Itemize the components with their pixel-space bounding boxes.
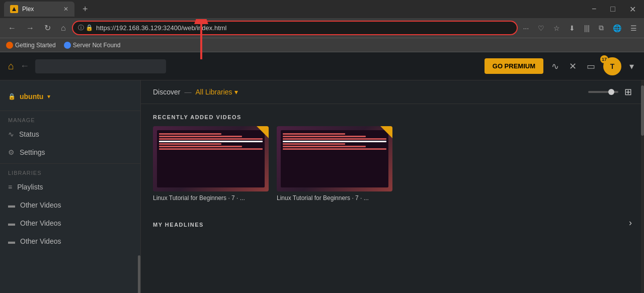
- home-button[interactable]: ⌂: [57, 22, 70, 35]
- nav-right: ⊞: [588, 86, 632, 97]
- terminal-line-selected: [159, 141, 263, 142]
- my-headlines-arrow[interactable]: ›: [629, 218, 632, 228]
- video-card-2[interactable]: Linux Tutorial for Beginners · 7 · ...: [277, 126, 392, 202]
- libraries-section-label: LIBRARIES: [0, 166, 140, 178]
- plex-home-button[interactable]: ⌂: [8, 60, 14, 72]
- plex-body: 🔒 ubuntu ▾ MANAGE ∿ Status ⚙ Settings LI…: [0, 80, 644, 293]
- toolbar-right: ··· ♡ ☆ ⬇ ||| ⧉ 🌐 ☰: [520, 22, 640, 34]
- playlists-icon: ≡: [8, 183, 12, 191]
- security-icon: ⓘ 🔒: [78, 24, 93, 32]
- firefox-account-button[interactable]: 🌐: [610, 22, 624, 34]
- terminal-line: [159, 146, 242, 147]
- sidebar-item-other-videos-1-label: Other Videos: [20, 201, 61, 209]
- nav-all-libraries[interactable]: All Libraries ▾: [195, 88, 237, 96]
- menu-button[interactable]: ☰: [627, 22, 640, 34]
- terminal-line-selected: [283, 141, 386, 142]
- sidebar-item-playlists-label: Playlists: [17, 183, 43, 191]
- my-headlines-section: MY HEADLINES ›: [141, 212, 644, 234]
- video-title-2: Linux Tutorial for Beginners · 7 · ...: [277, 194, 392, 202]
- bookmark-server-not-found[interactable]: Server Not Found: [64, 42, 121, 49]
- video-icon-3: ▬: [8, 237, 15, 245]
- plex-header: ⌂ ← GO PREMIUM ∿ ✕ ▭ 17 T ▾: [0, 52, 644, 80]
- terminal-line: [159, 148, 263, 150]
- browser-tab[interactable]: Plex ✕: [4, 2, 74, 17]
- plex-sidebar: 🔒 ubuntu ▾ MANAGE ∿ Status ⚙ Settings LI…: [0, 80, 141, 293]
- view-size-slider[interactable]: [588, 91, 618, 93]
- sidebar-item-settings-label: Settings: [20, 148, 45, 156]
- terminal-overlay-2: [281, 130, 388, 187]
- back-button[interactable]: ←: [4, 22, 20, 35]
- download-button[interactable]: ⬇: [566, 22, 578, 34]
- video-grid: Linux Tutorial for Beginners · 7 · ...: [141, 126, 644, 212]
- grid-view-button[interactable]: ⊞: [624, 86, 632, 97]
- pocket-button[interactable]: ♡: [535, 22, 547, 34]
- bookmark-label: Getting Started: [15, 42, 56, 49]
- settings-icon-button[interactable]: ✕: [567, 59, 579, 74]
- more-options-button[interactable]: ···: [520, 22, 532, 34]
- new-badge-2: [380, 126, 392, 138]
- main-scrollbar[interactable]: [641, 80, 644, 293]
- terminal-line: [283, 143, 345, 145]
- terminal-line: [283, 146, 366, 147]
- plex-search-input[interactable]: [35, 59, 166, 73]
- status-icon: ∿: [8, 130, 14, 138]
- server-lock-icon: 🔒: [8, 93, 16, 100]
- terminal-line: [159, 138, 263, 140]
- sidebar-item-settings[interactable]: ⚙ Settings: [0, 143, 140, 161]
- nav-separator: —: [184, 88, 191, 96]
- firefox-icon: [6, 42, 13, 49]
- activity-icon-button[interactable]: ∿: [549, 59, 561, 74]
- tab-title: Plex: [22, 6, 59, 13]
- recently-added-title: RECENTLY ADDED VIDEOS: [141, 104, 644, 126]
- new-tab-button[interactable]: +: [78, 4, 92, 15]
- close-window-button[interactable]: ✕: [625, 3, 640, 16]
- bookmark-label: Server Not Found: [73, 42, 121, 49]
- maximize-button[interactable]: □: [606, 3, 619, 16]
- plex-back-button[interactable]: ←: [20, 61, 29, 71]
- terminal-line: [283, 148, 386, 150]
- sidebar-item-other-videos-1[interactable]: ▬ Other Videos: [0, 196, 140, 214]
- main-scrollbar-thumb: [641, 85, 644, 136]
- server-dropdown-icon: ▾: [47, 93, 50, 100]
- browser-titlebar: Plex ✕ + − □ ✕: [0, 0, 644, 18]
- plex-main-content: Discover — All Libraries ▾ ⊞ RECE: [141, 80, 644, 293]
- tab-favicon: [10, 5, 18, 13]
- user-avatar[interactable]: 17 T: [603, 57, 621, 75]
- slider-thumb: [608, 89, 614, 95]
- minimize-button[interactable]: −: [588, 3, 600, 16]
- sidebar-divider: [0, 111, 140, 111]
- sidebar-item-other-videos-3-label: Other Videos: [20, 237, 61, 245]
- video-card-1[interactable]: Linux Tutorial for Beginners · 7 · ...: [153, 126, 269, 202]
- sidebar-item-other-videos-2-label: Other Videos: [20, 219, 61, 227]
- browser-toolbar: ← → ↻ ⌂ ⓘ 🔒 ··· ♡ ☆ ⬇ ||| ⧉ 🌐 ☰: [0, 18, 644, 38]
- video-icon-1: ▬: [8, 201, 15, 209]
- address-input[interactable]: [96, 24, 512, 32]
- reload-button[interactable]: ↻: [40, 21, 55, 35]
- forward-button[interactable]: →: [22, 22, 38, 35]
- cast-icon-button[interactable]: ▭: [585, 59, 597, 74]
- video-title-1: Linux Tutorial for Beginners · 7 · ...: [153, 194, 269, 202]
- terminal-line: [283, 133, 345, 135]
- google-icon: [64, 42, 71, 49]
- reader-view-button[interactable]: ⧉: [596, 22, 607, 34]
- user-menu-button[interactable]: ▾: [627, 59, 636, 74]
- svg-marker-0: [12, 7, 16, 11]
- video-thumbnail-2: [277, 126, 392, 191]
- bookmark-getting-started[interactable]: Getting Started: [6, 42, 56, 49]
- terminal-line: [159, 136, 242, 137]
- tab-close-button[interactable]: ✕: [63, 6, 68, 13]
- bookmark-button[interactable]: ☆: [550, 22, 563, 34]
- server-name: ubuntu: [20, 92, 43, 101]
- sidebar-item-other-videos-3[interactable]: ▬ Other Videos: [0, 232, 140, 250]
- address-bar[interactable]: ⓘ 🔒: [72, 21, 518, 35]
- terminal-line: [159, 143, 221, 145]
- server-selector[interactable]: 🔒 ubuntu ▾: [0, 88, 140, 109]
- settings-icon: ⚙: [8, 148, 15, 156]
- library-button[interactable]: |||: [581, 22, 593, 34]
- sidebar-item-status[interactable]: ∿ Status: [0, 125, 140, 143]
- sidebar-item-playlists[interactable]: ≡ Playlists: [0, 178, 140, 196]
- sidebar-item-other-videos-2[interactable]: ▬ Other Videos: [0, 214, 140, 232]
- go-premium-button[interactable]: GO PREMIUM: [485, 58, 543, 74]
- nav-dropdown-arrow: ▾: [234, 88, 238, 96]
- nav-discover: Discover: [153, 88, 180, 96]
